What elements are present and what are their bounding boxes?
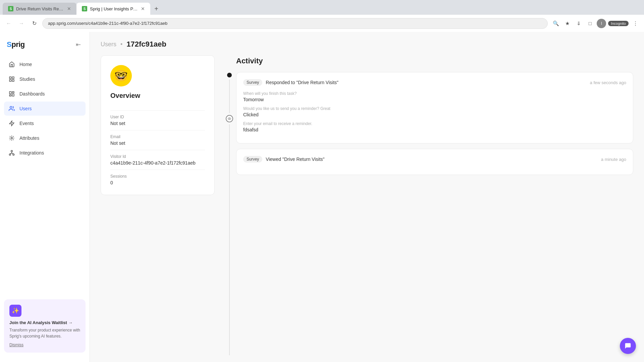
sidebar-item-label-users: Users (19, 106, 32, 111)
activity-qa-3: Enter your email to receive a reminder. … (243, 121, 626, 132)
visitor-id-label: Visitor Id (110, 154, 205, 159)
overview-card: 🤓 Overview User ID Not set Email Not set… (101, 55, 215, 195)
browser-chrome: S Drive Return Visits Responses ✕ S Spri… (0, 0, 644, 32)
sidebar-item-dashboards[interactable]: Dashboards (4, 87, 86, 101)
svg-rect-7 (9, 95, 11, 96)
sidebar-item-label-home: Home (19, 62, 32, 67)
sidebar-item-attributes[interactable]: Attributes (4, 131, 86, 145)
ai-card-title[interactable]: Join the AI Analysis Waitlist → (9, 320, 80, 325)
activity-q-1-2: Would you like us to send you a reminder… (243, 106, 626, 111)
svg-rect-2 (9, 80, 11, 81)
svg-point-8 (10, 106, 12, 108)
ai-card-icon: ✨ (9, 305, 21, 317)
back-button[interactable]: ← (4, 19, 13, 28)
dashboards-icon (8, 90, 15, 98)
sidebar-item-home[interactable]: Home (4, 57, 86, 71)
reload-button[interactable]: ↻ (30, 19, 39, 28)
tab-close-1[interactable]: ✕ (67, 6, 71, 11)
activity-item-title-1: Responded to "Drive Return Visits" (266, 80, 586, 85)
address-bar[interactable] (42, 18, 548, 29)
profile-icon: I (597, 19, 606, 28)
sidebar-item-label-dashboards: Dashboards (19, 91, 45, 97)
download-button[interactable]: ⇓ (574, 19, 583, 28)
activity-item-responded: Survey Responded to "Drive Return Visits… (236, 72, 633, 143)
tab-close-2[interactable]: ✕ (141, 6, 145, 11)
svg-marker-9 (9, 121, 14, 126)
incognito-badge: Incognito (608, 21, 629, 26)
forward-button[interactable]: → (17, 19, 26, 28)
svg-point-10 (11, 137, 13, 139)
lens-button[interactable]: 🔍 (551, 19, 560, 28)
activity-q-1-1: When will you finish this task? (243, 91, 626, 96)
tab-favicon-1: S (8, 6, 13, 11)
sidebar-item-label-attributes: Attributes (19, 135, 39, 141)
svg-rect-3 (12, 80, 14, 81)
integrations-icon (8, 149, 15, 157)
tab-drive-return[interactable]: S Drive Return Visits Responses ✕ (3, 3, 76, 15)
sidebar-item-studies[interactable]: Studies (4, 72, 86, 86)
timeline-line-1 (229, 79, 230, 113)
main-content: Users • 172fc91aeb 🤓 Overview User ID No… (90, 32, 644, 362)
users-icon (8, 105, 15, 112)
menu-button[interactable]: ⋮ (631, 19, 640, 28)
sidebar-item-integrations[interactable]: Integrations (4, 146, 86, 160)
email-value: Not set (110, 140, 205, 146)
sessions-value: 0 (110, 180, 205, 185)
sidebar: Sprig ⇤ Home Studies (0, 32, 90, 362)
user-avatar: 🤓 (110, 65, 132, 86)
attributes-icon (8, 134, 15, 142)
activity-a-1-3: fdsafsd (243, 127, 626, 132)
svg-rect-0 (9, 77, 11, 78)
user-id-value: Not set (110, 121, 205, 126)
events-icon (8, 120, 15, 127)
svg-rect-4 (9, 92, 11, 94)
sidebar-item-users[interactable]: Users (4, 102, 86, 116)
logo: Sprig (7, 40, 25, 49)
browser-tabs: S Drive Return Visits Responses ✕ S Spri… (0, 0, 644, 15)
sidebar-item-label-studies: Studies (19, 76, 35, 82)
content-area: 🤓 Overview User ID Not set Email Not set… (90, 49, 644, 362)
sessions-label: Sessions (110, 174, 205, 179)
ai-card-description: Transform your product experience with S… (9, 327, 80, 339)
svg-point-11 (11, 150, 13, 152)
activity-q-1-3: Enter your email to receive a reminder. (243, 121, 626, 126)
timeline-dot-1 (227, 73, 232, 77)
timeline (223, 55, 236, 355)
activity-item-time-2: a minute ago (601, 157, 626, 162)
svg-point-17 (229, 118, 230, 119)
activity-item-header-2: Survey Viewed "Drive Return Visits" a mi… (243, 156, 626, 163)
app-layout: Sprig ⇤ Home Studies (0, 32, 644, 362)
tab-favicon-2: S (82, 6, 87, 11)
extensions-button[interactable]: □ (585, 19, 595, 28)
ai-card-dismiss-button[interactable]: Dismiss (9, 343, 80, 347)
page-header: Users • 172fc91aeb (90, 32, 644, 49)
tab-sprig[interactable]: S Sprig | User Insights Platform fo... ✕ (76, 3, 150, 15)
home-icon (8, 61, 15, 68)
svg-point-13 (9, 154, 11, 156)
svg-rect-6 (12, 94, 14, 96)
sidebar-collapse-button[interactable]: ⇤ (73, 40, 83, 49)
svg-rect-1 (12, 77, 14, 78)
activity-section-title: Activity (236, 55, 633, 65)
breadcrumb-users-link[interactable]: Users (101, 41, 116, 48)
new-tab-button[interactable]: + (152, 4, 161, 13)
activity-item-title-2: Viewed "Drive Return Visits" (266, 157, 597, 162)
activity-item-viewed: Survey Viewed "Drive Return Visits" a mi… (236, 149, 633, 175)
ai-analysis-card: ✨ Join the AI Analysis Waitlist → Transf… (4, 299, 86, 353)
chat-bubble-button[interactable] (620, 338, 636, 354)
activity-feed: Activity Survey Responded to "Drive Retu… (236, 55, 633, 355)
svg-point-12 (13, 154, 14, 156)
activity-item-header-1: Survey Responded to "Drive Return Visits… (243, 79, 626, 86)
browser-actions: 🔍 ★ ⇓ □ I Incognito ⋮ (551, 19, 640, 28)
overview-title: Overview (110, 92, 205, 100)
email-label: Email (110, 134, 205, 139)
bookmark-button[interactable]: ★ (562, 19, 572, 28)
activity-qa-2: Would you like us to send you a reminder… (243, 106, 626, 117)
activity-badge-1: Survey (243, 79, 262, 86)
svg-line-16 (10, 153, 12, 154)
tab-title-1: Drive Return Visits Responses (16, 6, 64, 11)
timeline-dot-2 (226, 115, 233, 122)
sidebar-item-events[interactable]: Events (4, 116, 86, 130)
sidebar-item-label-events: Events (19, 121, 34, 126)
activity-badge-2: Survey (243, 156, 262, 163)
